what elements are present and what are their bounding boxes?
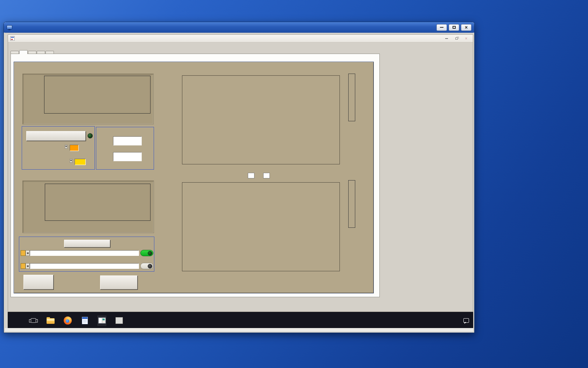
processed-logging-toggle[interactable] — [140, 250, 153, 256]
azimuth-value-display — [113, 136, 142, 145]
firefox-glyph — [64, 316, 72, 325]
background-controls-box — [22, 126, 95, 170]
snr-value-field[interactable] — [75, 159, 86, 165]
tab-strip — [10, 46, 54, 54]
velocity-graph — [22, 180, 154, 233]
rdp-minimize-button[interactable] — [436, 24, 447, 31]
front-panel — [14, 62, 374, 293]
doppler-colorbar-ticks — [356, 181, 368, 226]
raw-logging-toggle[interactable] — [140, 263, 153, 269]
raw-path-row — [21, 263, 153, 269]
rdp-close-button[interactable]: × — [461, 24, 471, 31]
processed-path-field[interactable] — [30, 250, 139, 256]
ascope-x-ticks — [44, 114, 150, 118]
drive-letter-box[interactable] — [21, 250, 26, 256]
app-window: × — [8, 34, 473, 312]
doppler-colorbar — [348, 180, 355, 228]
processed-path-row — [21, 250, 153, 256]
maximize-icon — [453, 26, 456, 29]
ascope-plot-canvas — [44, 76, 150, 114]
rays-value-field[interactable] — [70, 145, 79, 151]
app-close-button[interactable]: × — [462, 36, 471, 41]
tab-real-time-data[interactable] — [19, 50, 28, 54]
close-icon: × — [465, 25, 468, 30]
drive-letter-box[interactable] — [21, 263, 26, 269]
close-icon: × — [465, 36, 467, 41]
velocity-y-ticks — [28, 184, 44, 220]
rdp-titlebar[interactable]: × — [4, 22, 474, 33]
document-glyph — [82, 317, 88, 324]
task-view-icon[interactable] — [29, 315, 38, 326]
renew-status-led — [88, 133, 93, 138]
ascope-graph — [22, 74, 154, 124]
average-number-field[interactable] — [248, 173, 254, 178]
data-logging-box — [19, 237, 154, 272]
app-window-glyph — [98, 318, 106, 323]
minimize-icon — [445, 38, 448, 39]
change-lidar-settings-button[interactable] — [100, 275, 138, 289]
tab-wind-profile[interactable] — [46, 51, 54, 54]
language-indicator[interactable] — [448, 319, 452, 322]
renew-background-button[interactable] — [26, 131, 86, 141]
toggle-knob — [148, 264, 152, 268]
file-explorer-icon[interactable] — [46, 315, 55, 326]
tab-page — [10, 54, 380, 297]
backscatter-y-ticks — [167, 75, 181, 164]
firefox-icon[interactable] — [63, 315, 72, 326]
decrement-icon[interactable] — [65, 145, 68, 149]
taskbar-icons — [29, 315, 124, 326]
browse-icon[interactable] — [26, 263, 30, 269]
taskbar — [8, 312, 473, 329]
app-titlebar[interactable]: × — [8, 35, 473, 42]
desktop: × × — [0, 0, 588, 368]
minimize-icon — [440, 27, 443, 28]
raw-path-field[interactable] — [30, 263, 139, 269]
rdp-window: × × — [4, 22, 475, 333]
doppler-y-ticks — [167, 182, 181, 271]
scan-scheduler-glyph — [115, 317, 123, 324]
lidar-app-icon[interactable] — [97, 315, 106, 326]
tab-scheduling[interactable] — [37, 51, 45, 54]
snr-spinner[interactable] — [70, 159, 74, 165]
labview-vi-icon — [10, 36, 15, 41]
velocity-plot-canvas — [45, 184, 150, 221]
ascope-y-ticks — [30, 76, 43, 113]
velocity-x-ticks — [45, 221, 150, 225]
scanner-position-box — [96, 127, 154, 170]
task-view-glyph — [31, 318, 36, 323]
app-minimize-button[interactable] — [442, 36, 451, 41]
document-app-icon[interactable] — [80, 315, 89, 326]
stop-software-button[interactable] — [23, 275, 54, 289]
backscatter-colorbar-ticks — [356, 75, 368, 120]
app-restore-button[interactable] — [452, 36, 461, 41]
folder-glyph — [47, 318, 55, 324]
rdp-bottom-edge — [5, 328, 473, 332]
restore-icon — [455, 38, 458, 40]
tab-system-setup[interactable] — [10, 51, 19, 54]
rdp-maximize-button[interactable] — [449, 24, 459, 31]
toggle-knob — [148, 251, 152, 255]
rdp-computer-icon — [7, 25, 12, 29]
doppler-heatmap-canvas — [182, 182, 340, 271]
browse-icon[interactable] — [26, 250, 30, 256]
rdp-client-area: × — [5, 33, 473, 332]
elevation-value-display — [113, 152, 142, 161]
backscatter-colorbar — [348, 74, 355, 121]
backscatter-heatmap-canvas — [182, 75, 340, 164]
tab-temp-humidity[interactable] — [28, 51, 36, 54]
system-tray — [448, 312, 473, 329]
scan-scheduler-icon[interactable] — [114, 315, 124, 326]
restart-processed-file-button[interactable] — [64, 240, 110, 247]
rays-spinner[interactable] — [65, 145, 69, 151]
decrement-icon[interactable] — [70, 159, 72, 163]
average-total-field — [263, 173, 270, 178]
action-center-icon[interactable] — [463, 318, 469, 323]
